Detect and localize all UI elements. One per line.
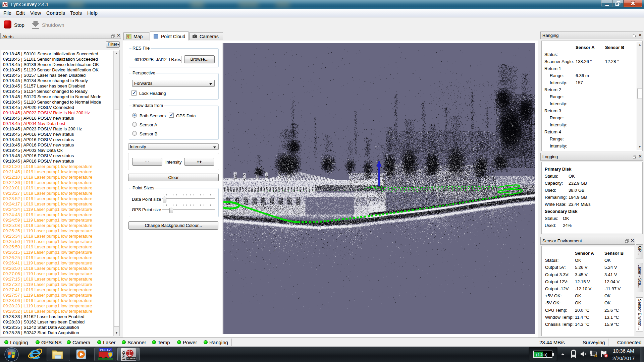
svg-text:(1:55): (1:55) <box>536 352 547 357</box>
svg-text:POS LV: POS LV <box>100 348 111 352</box>
svg-text:LYNX: LYNX <box>122 350 126 360</box>
svg-text:SURVEY: SURVEY <box>127 357 137 360</box>
svg-text:!: ! <box>595 355 596 357</box>
